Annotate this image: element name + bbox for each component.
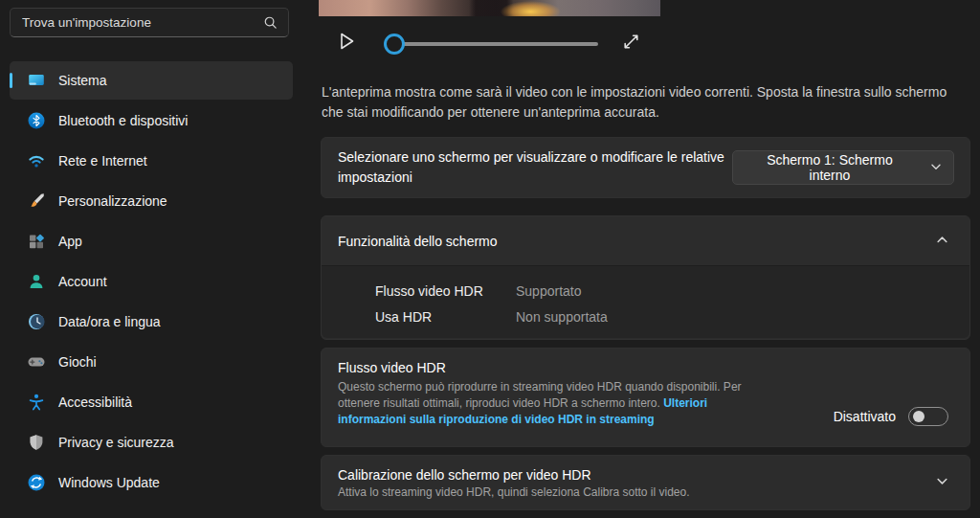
capability-row: Flusso video HDR Supportato xyxy=(322,278,969,304)
capability-value: Non supportata xyxy=(516,309,608,325)
chevron-down-icon[interactable] xyxy=(936,474,948,491)
toggle-knob xyxy=(913,411,924,422)
hdr-stream-description: Questo schermo può riprodurre in streami… xyxy=(338,379,770,428)
sidebar-item-windows-update[interactable]: Windows Update xyxy=(10,463,293,502)
chevron-down-icon xyxy=(930,160,942,175)
hdr-stream-card: Flusso video HDR Questo schermo può ripr… xyxy=(321,348,970,447)
gamepad-icon xyxy=(27,352,46,372)
update-icon xyxy=(27,473,46,492)
video-preview-thumbnail xyxy=(319,0,660,16)
search-box[interactable] xyxy=(10,8,289,37)
sidebar-item-sistema[interactable]: Sistema xyxy=(10,61,293,100)
display-capabilities-card: Funzionalità dello schermo Flusso video … xyxy=(321,215,970,340)
sidebar-item-label: App xyxy=(58,234,82,249)
play-button[interactable] xyxy=(335,30,358,53)
display-capabilities-header[interactable]: Funzionalità dello schermo xyxy=(322,216,969,265)
capability-label: Flusso video HDR xyxy=(375,283,516,299)
sidebar-item-data-ora[interactable]: Data/ora e lingua xyxy=(10,303,293,341)
sidebar-item-giochi[interactable]: Giochi xyxy=(10,343,293,381)
display-select-card: Selezionare uno schermo per visualizzare… xyxy=(321,137,970,198)
sidebar-item-label: Account xyxy=(58,274,107,289)
sidebar-item-label: Bluetooth e dispositivi xyxy=(58,113,188,128)
paintbrush-icon xyxy=(27,191,46,211)
sidebar-item-label: Data/ora e lingua xyxy=(58,314,161,329)
sidebar-item-label: Sistema xyxy=(58,73,107,88)
hdr-stream-text: Flusso video HDR Questo schermo può ripr… xyxy=(338,360,770,446)
calibration-text: Calibrazione dello schermo per video HDR… xyxy=(338,467,690,499)
sidebar-item-label: Accessibilità xyxy=(58,394,132,410)
shield-icon xyxy=(27,433,46,452)
sidebar-item-rete[interactable]: Rete e Internet xyxy=(10,142,293,180)
sidebar-item-bluetooth[interactable]: Bluetooth e dispositivi xyxy=(10,101,293,140)
sidebar-item-label: Privacy e sicurezza xyxy=(58,435,174,450)
sidebar: Sistema Bluetooth e dispositivi Rete e I… xyxy=(0,0,306,518)
search-input[interactable] xyxy=(11,15,263,30)
display-select-label: Selezionare uno schermo per visualizzare… xyxy=(338,147,732,188)
sidebar-item-label: Windows Update xyxy=(58,475,160,490)
sidebar-item-app[interactable]: App xyxy=(10,222,293,260)
sidebar-item-accessibilita[interactable]: Accessibilità xyxy=(10,383,293,421)
calibration-description: Attiva lo streaming video HDR, quindi se… xyxy=(338,485,690,499)
selection-indicator xyxy=(10,73,12,88)
sidebar-nav: Sistema Bluetooth e dispositivi Rete e I… xyxy=(0,61,306,504)
capability-label: Usa HDR xyxy=(375,309,516,325)
slider-track[interactable] xyxy=(386,42,598,46)
hdr-stream-toggle[interactable] xyxy=(908,407,948,426)
sidebar-item-label: Rete e Internet xyxy=(58,153,147,169)
calibration-card[interactable]: Calibrazione dello schermo per video HDR… xyxy=(321,455,970,510)
apps-icon xyxy=(27,232,46,251)
dropdown-value: Schermo 1: Schermo interno xyxy=(746,152,913,183)
preview-note: L'anteprima mostra come sarà il video co… xyxy=(322,82,949,123)
toggle-state-label: Disattivato xyxy=(834,409,896,424)
sidebar-item-personalizzazione[interactable]: Personalizzazione xyxy=(10,182,293,220)
sidebar-item-account[interactable]: Account xyxy=(10,262,293,301)
wifi-icon xyxy=(27,151,46,170)
chevron-up-icon[interactable] xyxy=(936,233,948,250)
display-capabilities-content: Flusso video HDR Supportato Usa HDR Non … xyxy=(322,265,969,338)
person-icon xyxy=(27,272,46,291)
calibration-title: Calibrazione dello schermo per video HDR xyxy=(338,467,690,483)
clock-icon xyxy=(27,312,46,331)
display-icon xyxy=(27,71,46,90)
bluetooth-icon xyxy=(27,111,46,130)
hdr-stream-toggle-group: Disattivato xyxy=(834,387,948,446)
search-icon xyxy=(263,15,278,30)
sidebar-item-privacy[interactable]: Privacy e sicurezza xyxy=(10,423,293,462)
hdr-stream-title: Flusso video HDR xyxy=(338,360,770,375)
capability-value: Supportato xyxy=(516,283,582,299)
sidebar-item-label: Personalizzazione xyxy=(58,193,167,209)
settings-window: Sistema Bluetooth e dispositivi Rete e I… xyxy=(0,0,980,518)
display-select-dropdown[interactable]: Schermo 1: Schermo interno xyxy=(732,150,954,185)
display-capabilities-title: Funzionalità dello schermo xyxy=(338,234,498,249)
capability-row: Usa HDR Non supportata xyxy=(322,304,969,329)
fullscreen-icon[interactable] xyxy=(621,32,641,52)
sidebar-item-label: Giochi xyxy=(58,354,97,370)
accessibility-icon xyxy=(27,393,46,412)
slider-thumb[interactable] xyxy=(384,34,405,55)
